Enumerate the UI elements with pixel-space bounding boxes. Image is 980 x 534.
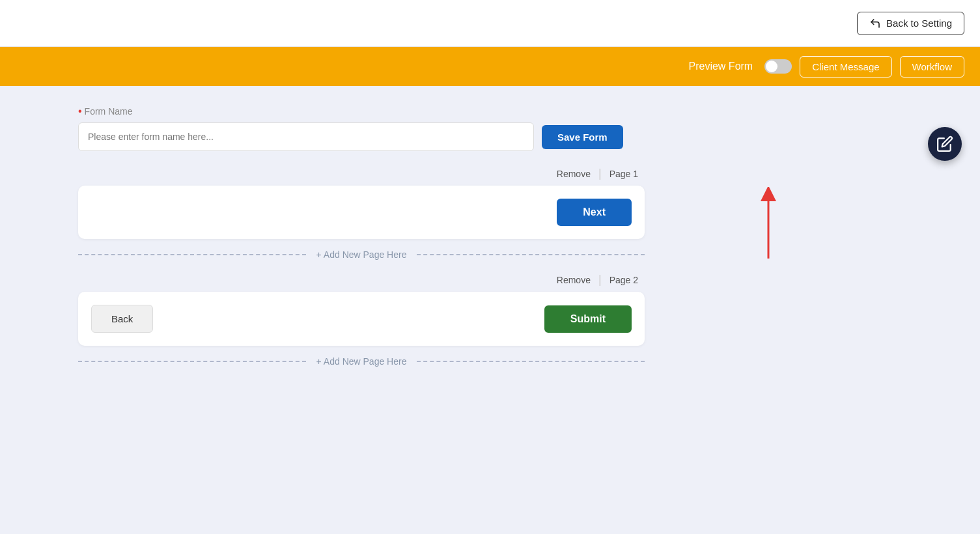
dashed-line-left-2 [78,361,306,362]
back-arrow-icon [869,18,881,29]
page1-card: Next [78,186,645,239]
page2-card: Back Submit [78,292,645,346]
main-content: • Form Name Save Form Remove | Page 1 Ne… [0,86,980,419]
page2-label: Page 2 [609,275,638,285]
add-new-page-2: + Add New Page Here [78,356,645,367]
client-message-button[interactable]: Client Message [800,56,891,77]
page1-controls: Remove | Page 1 [78,167,645,180]
form-name-input[interactable] [78,122,534,151]
form-name-input-row: Save Form [78,122,941,151]
dashed-line-right-1 [417,254,645,255]
form-name-label-text: Form Name [85,106,133,117]
page1-label: Page 1 [609,169,638,179]
add-new-page-1-label[interactable]: + Add New Page Here [306,249,417,260]
back-to-setting-label: Back to Setting [886,18,952,29]
annotation-arrow [755,187,781,268]
preview-form-label: Preview Form [689,61,753,72]
dashed-line-left-1 [78,254,306,255]
back-to-setting-button[interactable]: Back to Setting [857,12,964,35]
page2-divider: | [598,273,602,287]
add-new-page-1: + Add New Page Here [78,249,645,260]
page2-remove-link[interactable]: Remove [557,275,591,285]
top-bar: Back to Setting [0,0,980,47]
dashed-line-right-2 [417,361,645,362]
floating-action-button[interactable] [928,127,962,161]
page1-divider: | [598,167,602,180]
submit-button[interactable]: Submit [544,305,632,333]
orange-header-bar: Preview Form Client Message Workflow [0,47,980,86]
form-name-section: • Form Name Save Form [78,105,941,151]
page2-controls: Remove | Page 2 [78,273,645,287]
page1-remove-link[interactable]: Remove [557,169,591,179]
form-name-label-row: • Form Name [78,105,941,117]
back-button[interactable]: Back [91,305,153,333]
edit-icon [936,135,953,152]
add-new-page-2-label[interactable]: + Add New Page Here [306,356,417,367]
workflow-button[interactable]: Workflow [900,56,964,77]
save-form-button[interactable]: Save Form [542,125,623,149]
preview-form-toggle[interactable] [764,59,792,74]
required-indicator: • [78,105,82,117]
next-button[interactable]: Next [557,199,632,226]
